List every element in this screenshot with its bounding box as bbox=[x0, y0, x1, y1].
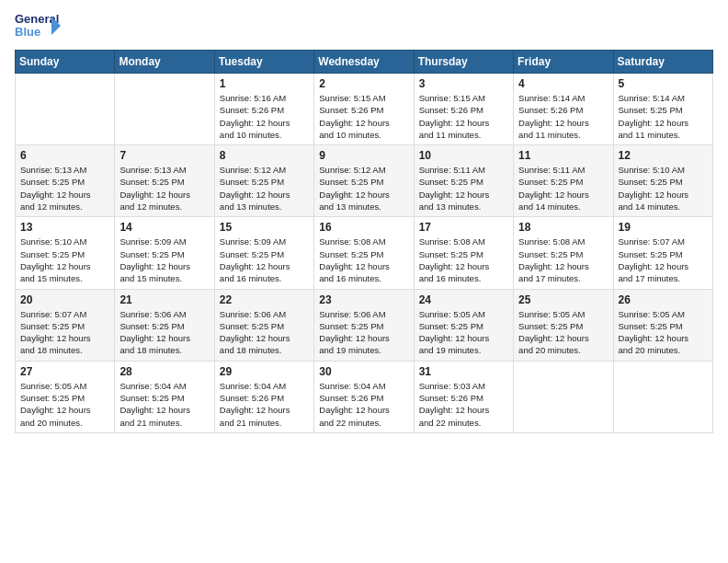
day-number: 11 bbox=[518, 149, 608, 162]
day-number: 2 bbox=[319, 77, 408, 90]
calendar-cell bbox=[613, 361, 712, 432]
calendar-cell: 30Sunrise: 5:04 AM Sunset: 5:26 PM Dayli… bbox=[314, 361, 414, 432]
day-info: Sunrise: 5:08 AM Sunset: 5:25 PM Dayligh… bbox=[518, 236, 608, 284]
day-number: 30 bbox=[319, 365, 408, 378]
day-number: 27 bbox=[20, 365, 109, 378]
calendar-cell: 27Sunrise: 5:05 AM Sunset: 5:25 PM Dayli… bbox=[16, 361, 115, 432]
day-number: 7 bbox=[119, 149, 209, 162]
day-info: Sunrise: 5:15 AM Sunset: 5:26 PM Dayligh… bbox=[319, 92, 408, 141]
day-info: Sunrise: 5:11 AM Sunset: 5:25 PM Dayligh… bbox=[419, 164, 508, 213]
day-number: 13 bbox=[20, 221, 109, 234]
calendar-cell: 20Sunrise: 5:07 AM Sunset: 5:25 PM Dayli… bbox=[16, 289, 115, 361]
day-number: 22 bbox=[220, 293, 309, 306]
calendar-cell: 2Sunrise: 5:15 AM Sunset: 5:26 PM Daylig… bbox=[314, 74, 414, 145]
week-row-2: 6Sunrise: 5:13 AM Sunset: 5:25 PM Daylig… bbox=[16, 145, 713, 217]
calendar-cell: 23Sunrise: 5:06 AM Sunset: 5:25 PM Dayli… bbox=[314, 289, 414, 361]
day-number: 24 bbox=[419, 293, 508, 306]
day-info: Sunrise: 5:05 AM Sunset: 5:25 PM Dayligh… bbox=[518, 308, 608, 357]
day-number: 31 bbox=[419, 365, 508, 378]
day-number: 10 bbox=[419, 149, 508, 162]
calendar-cell: 7Sunrise: 5:13 AM Sunset: 5:25 PM Daylig… bbox=[115, 145, 214, 217]
calendar-cell: 10Sunrise: 5:11 AM Sunset: 5:25 PM Dayli… bbox=[414, 145, 513, 217]
day-number: 18 bbox=[518, 221, 608, 234]
calendar-cell: 31Sunrise: 5:03 AM Sunset: 5:26 PM Dayli… bbox=[414, 361, 513, 432]
day-info: Sunrise: 5:14 AM Sunset: 5:25 PM Dayligh… bbox=[619, 92, 708, 141]
calendar-cell: 4Sunrise: 5:14 AM Sunset: 5:26 PM Daylig… bbox=[514, 74, 613, 145]
day-info: Sunrise: 5:06 AM Sunset: 5:25 PM Dayligh… bbox=[119, 308, 209, 357]
calendar-cell: 9Sunrise: 5:12 AM Sunset: 5:25 PM Daylig… bbox=[314, 145, 414, 217]
day-info: Sunrise: 5:13 AM Sunset: 5:25 PM Dayligh… bbox=[119, 164, 209, 213]
weekday-monday: Monday bbox=[115, 51, 214, 74]
day-number: 3 bbox=[419, 77, 508, 90]
day-info: Sunrise: 5:09 AM Sunset: 5:25 PM Dayligh… bbox=[220, 236, 309, 284]
calendar-cell bbox=[514, 361, 613, 432]
day-info: Sunrise: 5:03 AM Sunset: 5:26 PM Dayligh… bbox=[419, 380, 508, 429]
day-number: 23 bbox=[319, 293, 408, 306]
day-info: Sunrise: 5:11 AM Sunset: 5:25 PM Dayligh… bbox=[518, 164, 608, 213]
calendar-cell: 8Sunrise: 5:12 AM Sunset: 5:25 PM Daylig… bbox=[214, 145, 313, 217]
header: GeneralBlue bbox=[15, 9, 713, 42]
day-number: 8 bbox=[220, 149, 309, 162]
day-info: Sunrise: 5:12 AM Sunset: 5:25 PM Dayligh… bbox=[319, 164, 408, 213]
day-number: 14 bbox=[119, 221, 209, 234]
calendar-cell: 5Sunrise: 5:14 AM Sunset: 5:25 PM Daylig… bbox=[613, 74, 712, 145]
weekday-saturday: Saturday bbox=[613, 51, 712, 74]
day-number: 4 bbox=[518, 77, 608, 90]
day-info: Sunrise: 5:13 AM Sunset: 5:25 PM Dayligh… bbox=[20, 164, 109, 213]
calendar-cell: 12Sunrise: 5:10 AM Sunset: 5:25 PM Dayli… bbox=[613, 145, 712, 217]
calendar: SundayMondayTuesdayWednesdayThursdayFrid… bbox=[15, 50, 713, 433]
week-row-1: 1Sunrise: 5:16 AM Sunset: 5:26 PM Daylig… bbox=[16, 74, 713, 145]
calendar-cell: 21Sunrise: 5:06 AM Sunset: 5:25 PM Dayli… bbox=[115, 289, 214, 361]
calendar-cell: 16Sunrise: 5:08 AM Sunset: 5:25 PM Dayli… bbox=[314, 217, 414, 289]
week-row-4: 20Sunrise: 5:07 AM Sunset: 5:25 PM Dayli… bbox=[16, 289, 713, 361]
calendar-cell: 15Sunrise: 5:09 AM Sunset: 5:25 PM Dayli… bbox=[214, 217, 313, 289]
page: GeneralBlue SundayMondayTuesdayWednesday… bbox=[0, 0, 728, 563]
weekday-friday: Friday bbox=[514, 51, 613, 74]
calendar-cell: 13Sunrise: 5:10 AM Sunset: 5:25 PM Dayli… bbox=[16, 217, 115, 289]
day-info: Sunrise: 5:15 AM Sunset: 5:26 PM Dayligh… bbox=[419, 92, 508, 141]
day-info: Sunrise: 5:05 AM Sunset: 5:25 PM Dayligh… bbox=[619, 308, 708, 357]
calendar-cell: 19Sunrise: 5:07 AM Sunset: 5:25 PM Dayli… bbox=[613, 217, 712, 289]
week-row-3: 13Sunrise: 5:10 AM Sunset: 5:25 PM Dayli… bbox=[16, 217, 713, 289]
day-number: 1 bbox=[220, 77, 309, 90]
day-number: 12 bbox=[619, 149, 708, 162]
day-number: 15 bbox=[220, 221, 309, 234]
day-info: Sunrise: 5:16 AM Sunset: 5:26 PM Dayligh… bbox=[220, 92, 309, 141]
day-number: 5 bbox=[619, 77, 708, 90]
weekday-thursday: Thursday bbox=[414, 51, 513, 74]
calendar-cell: 25Sunrise: 5:05 AM Sunset: 5:25 PM Dayli… bbox=[514, 289, 613, 361]
day-number: 17 bbox=[419, 221, 508, 234]
calendar-cell: 11Sunrise: 5:11 AM Sunset: 5:25 PM Dayli… bbox=[514, 145, 613, 217]
svg-text:Blue: Blue bbox=[15, 25, 40, 39]
day-info: Sunrise: 5:08 AM Sunset: 5:25 PM Dayligh… bbox=[419, 236, 508, 284]
day-info: Sunrise: 5:07 AM Sunset: 5:25 PM Dayligh… bbox=[20, 308, 109, 357]
logo: GeneralBlue bbox=[15, 9, 63, 42]
day-info: Sunrise: 5:07 AM Sunset: 5:25 PM Dayligh… bbox=[619, 236, 708, 284]
calendar-cell: 29Sunrise: 5:04 AM Sunset: 5:26 PM Dayli… bbox=[214, 361, 313, 432]
week-row-5: 27Sunrise: 5:05 AM Sunset: 5:25 PM Dayli… bbox=[16, 361, 713, 432]
calendar-cell: 22Sunrise: 5:06 AM Sunset: 5:25 PM Dayli… bbox=[214, 289, 313, 361]
calendar-cell: 14Sunrise: 5:09 AM Sunset: 5:25 PM Dayli… bbox=[115, 217, 214, 289]
calendar-cell: 6Sunrise: 5:13 AM Sunset: 5:25 PM Daylig… bbox=[16, 145, 115, 217]
calendar-cell: 24Sunrise: 5:05 AM Sunset: 5:25 PM Dayli… bbox=[414, 289, 513, 361]
day-number: 25 bbox=[518, 293, 608, 306]
calendar-cell bbox=[115, 74, 214, 145]
day-info: Sunrise: 5:10 AM Sunset: 5:25 PM Dayligh… bbox=[20, 236, 109, 284]
day-info: Sunrise: 5:05 AM Sunset: 5:25 PM Dayligh… bbox=[20, 380, 109, 429]
calendar-cell: 26Sunrise: 5:05 AM Sunset: 5:25 PM Dayli… bbox=[613, 289, 712, 361]
day-info: Sunrise: 5:05 AM Sunset: 5:25 PM Dayligh… bbox=[419, 308, 508, 357]
day-info: Sunrise: 5:09 AM Sunset: 5:25 PM Dayligh… bbox=[119, 236, 209, 284]
day-number: 19 bbox=[619, 221, 708, 234]
day-info: Sunrise: 5:04 AM Sunset: 5:25 PM Dayligh… bbox=[119, 380, 209, 429]
weekday-tuesday: Tuesday bbox=[214, 51, 313, 74]
day-number: 21 bbox=[119, 293, 209, 306]
weekday-sunday: Sunday bbox=[16, 51, 115, 74]
calendar-cell bbox=[16, 74, 115, 145]
day-info: Sunrise: 5:14 AM Sunset: 5:26 PM Dayligh… bbox=[518, 92, 608, 141]
day-info: Sunrise: 5:04 AM Sunset: 5:26 PM Dayligh… bbox=[319, 380, 408, 429]
day-number: 9 bbox=[319, 149, 408, 162]
calendar-cell: 28Sunrise: 5:04 AM Sunset: 5:25 PM Dayli… bbox=[115, 361, 214, 432]
day-number: 6 bbox=[20, 149, 109, 162]
day-number: 26 bbox=[619, 293, 708, 306]
day-info: Sunrise: 5:10 AM Sunset: 5:25 PM Dayligh… bbox=[619, 164, 708, 213]
